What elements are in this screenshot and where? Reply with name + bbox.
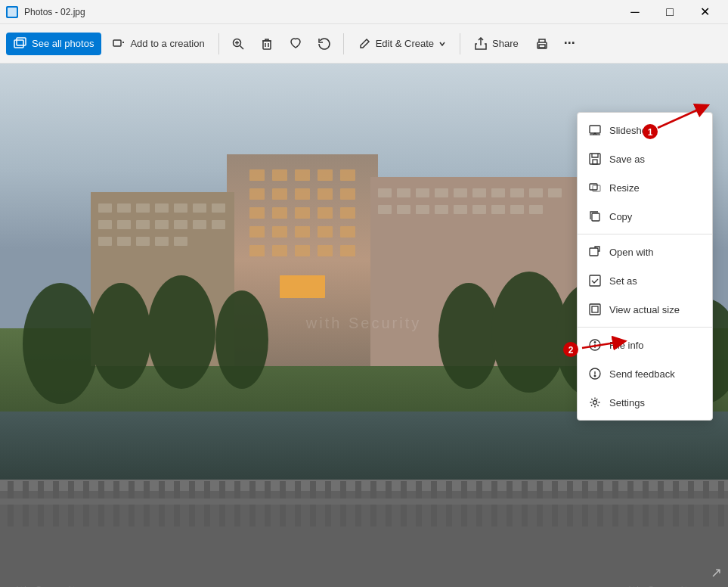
photos-icon bbox=[14, 37, 27, 51]
svg-rect-73 bbox=[548, 188, 562, 197]
favorite-button[interactable] bbox=[283, 33, 308, 55]
print-button[interactable] bbox=[529, 33, 555, 55]
rotate-icon bbox=[318, 37, 331, 51]
svg-point-158 bbox=[594, 342, 596, 343]
svg-rect-76 bbox=[416, 205, 429, 214]
svg-rect-142 bbox=[0, 498, 728, 505]
add-to-creation-button[interactable]: Add to a creation bbox=[104, 33, 212, 55]
add-to-creation-label: Add to a creation bbox=[130, 38, 204, 49]
send-feedback-label: Send feedback bbox=[609, 368, 675, 380]
svg-rect-153 bbox=[590, 275, 600, 286]
svg-rect-33 bbox=[272, 226, 287, 238]
menu-settings[interactable]: Settings bbox=[578, 388, 712, 417]
svg-rect-148 bbox=[593, 160, 597, 164]
see-all-photos-button[interactable]: See all photos bbox=[6, 33, 101, 55]
svg-rect-41 bbox=[340, 245, 355, 256]
slideshow-label: Slideshow bbox=[609, 125, 654, 136]
menu-slideshow[interactable]: Slideshow bbox=[578, 116, 712, 144]
svg-rect-44 bbox=[98, 203, 112, 213]
svg-rect-46 bbox=[136, 203, 150, 213]
svg-point-87 bbox=[438, 283, 499, 389]
svg-rect-53 bbox=[136, 220, 150, 229]
menu-view-actual[interactable]: View actual size bbox=[578, 295, 712, 324]
svg-rect-59 bbox=[117, 237, 131, 246]
svg-rect-80 bbox=[491, 205, 505, 214]
svg-rect-18 bbox=[272, 169, 287, 181]
resize-handle[interactable]: ↗ bbox=[711, 564, 722, 581]
separator-1 bbox=[218, 33, 219, 54]
copy-label: Copy bbox=[609, 211, 632, 222]
svg-rect-56 bbox=[193, 220, 206, 229]
svg-rect-32 bbox=[249, 226, 265, 238]
separator-2 bbox=[343, 33, 344, 54]
svg-point-88 bbox=[491, 272, 567, 393]
svg-rect-52 bbox=[117, 220, 131, 229]
menu-copy[interactable]: Copy bbox=[578, 202, 712, 231]
edit-icon bbox=[358, 37, 371, 51]
resize-icon bbox=[588, 181, 602, 194]
delete-button[interactable] bbox=[254, 33, 280, 55]
svg-rect-58 bbox=[98, 237, 112, 246]
svg-rect-147 bbox=[590, 154, 600, 164]
svg-point-83 bbox=[23, 283, 98, 404]
close-button[interactable]: ✕ bbox=[687, 0, 722, 24]
share-icon bbox=[474, 37, 488, 51]
svg-rect-27 bbox=[249, 207, 265, 219]
svg-rect-72 bbox=[529, 188, 543, 197]
svg-rect-3 bbox=[113, 40, 121, 46]
svg-rect-0 bbox=[8, 8, 17, 17]
edit-create-button[interactable]: Edit & Create bbox=[350, 33, 454, 55]
svg-rect-42 bbox=[280, 275, 325, 298]
svg-rect-79 bbox=[472, 205, 486, 214]
svg-rect-68 bbox=[454, 188, 467, 197]
menu-separator-2 bbox=[578, 327, 712, 328]
svg-rect-38 bbox=[272, 245, 287, 256]
menu-separator-1 bbox=[578, 234, 712, 234]
zoom-in-button[interactable] bbox=[225, 33, 251, 55]
svg-text:with Security: with Security bbox=[619, 584, 695, 587]
minimize-button[interactable]: ─ bbox=[618, 0, 652, 24]
svg-rect-1 bbox=[14, 40, 23, 48]
title-bar-controls: ─ □ ✕ bbox=[618, 0, 722, 24]
title-bar-left: Photos - 02.jpg bbox=[6, 6, 85, 18]
svg-point-84 bbox=[91, 283, 151, 389]
svg-rect-66 bbox=[416, 188, 429, 197]
svg-rect-82 bbox=[529, 205, 543, 214]
svg-rect-8 bbox=[263, 41, 271, 49]
menu-file-info[interactable]: File info bbox=[578, 331, 712, 359]
svg-rect-37 bbox=[249, 245, 265, 256]
menu-open-with[interactable]: Open with bbox=[578, 238, 712, 266]
svg-rect-78 bbox=[454, 205, 467, 214]
chevron-down-icon bbox=[438, 40, 446, 48]
slideshow-icon bbox=[588, 123, 602, 137]
svg-point-85 bbox=[147, 275, 215, 389]
menu-save-as[interactable]: Save as bbox=[578, 144, 712, 173]
toolbar: See all photos Add to a creation Edit & … bbox=[0, 24, 728, 64]
see-all-photos-label: See all photos bbox=[32, 38, 94, 49]
view-actual-label: View actual size bbox=[609, 304, 680, 315]
file-info-label: File info bbox=[609, 340, 644, 351]
share-button[interactable]: Share bbox=[466, 33, 526, 55]
menu-resize[interactable]: Resize bbox=[578, 173, 712, 202]
svg-rect-51 bbox=[98, 220, 112, 229]
view-actual-icon bbox=[588, 303, 602, 316]
svg-rect-17 bbox=[249, 169, 265, 181]
svg-rect-77 bbox=[435, 205, 448, 214]
context-menu: Slideshow Save as Resize Copy Open with bbox=[577, 112, 713, 421]
svg-rect-47 bbox=[155, 203, 169, 213]
menu-set-as[interactable]: Set as bbox=[578, 266, 712, 295]
svg-rect-70 bbox=[491, 188, 505, 197]
main-content: with Security with Security with Securit… bbox=[0, 64, 728, 587]
svg-rect-151 bbox=[592, 213, 599, 221]
rotate-button[interactable] bbox=[311, 33, 337, 55]
svg-rect-19 bbox=[295, 169, 310, 181]
resize-label: Resize bbox=[609, 182, 640, 194]
maximize-button[interactable]: □ bbox=[652, 0, 687, 24]
more-options-button[interactable]: ··· bbox=[558, 31, 581, 56]
menu-send-feedback[interactable]: Send feedback bbox=[578, 359, 712, 388]
svg-rect-61 bbox=[155, 237, 169, 246]
svg-rect-25 bbox=[318, 188, 333, 200]
svg-rect-49 bbox=[193, 203, 206, 213]
svg-rect-24 bbox=[295, 188, 310, 200]
svg-rect-30 bbox=[318, 207, 333, 219]
